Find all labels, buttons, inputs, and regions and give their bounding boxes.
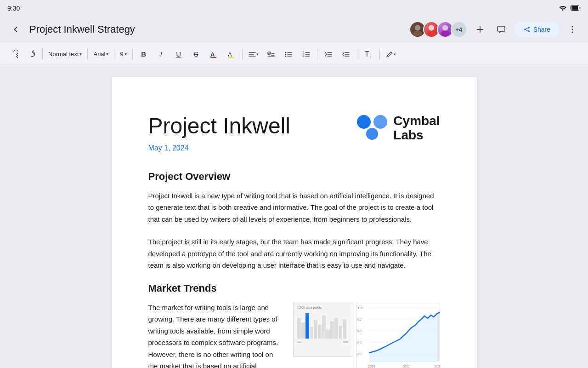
bar-3: [305, 313, 309, 339]
font-size-chevron: ▾: [124, 52, 127, 57]
cymbal-logo: Cymbal Labs: [356, 114, 440, 143]
svg-text:100: 100: [357, 306, 364, 310]
title-date-block: Project Inkwell May 1, 2024: [148, 114, 290, 152]
bar-chart: 1,205 data points: [293, 302, 352, 357]
svg-text:2019: 2019: [368, 365, 375, 368]
svg-point-22: [285, 55, 286, 57]
avatar-more-count: +4: [451, 21, 467, 38]
bullet-list-button[interactable]: [280, 46, 297, 63]
bar-chart-bars: [297, 311, 348, 339]
market-content: The market for writing tools is large an…: [148, 302, 440, 368]
underlined-text: is based: [196, 362, 222, 368]
numbered-list-button[interactable]: 1. 2. 3.: [298, 46, 314, 63]
wifi-icon: [559, 4, 567, 12]
cymbal-name-2: Labs: [393, 128, 440, 143]
toolbar-sep-5: [242, 49, 243, 60]
checklist-button[interactable]: [263, 46, 279, 63]
font-color-button[interactable]: A: [205, 46, 222, 63]
svg-text:80: 80: [357, 317, 362, 322]
italic-button[interactable]: I: [153, 46, 170, 63]
cymbal-dots-graphic: [356, 115, 388, 142]
indent-increase-button[interactable]: [338, 46, 354, 63]
pen-tool-button[interactable]: ▾: [383, 46, 399, 63]
svg-point-11: [528, 30, 530, 32]
style-chevron: ▾: [79, 52, 82, 57]
overview-para-2: The project is still in its early stages…: [148, 236, 440, 271]
bar-2: [301, 322, 305, 339]
add-collaborator-button[interactable]: [472, 21, 488, 38]
section-overview: Project Overview Project Inkwell is a ne…: [148, 171, 440, 271]
bar-6: [318, 325, 322, 339]
document-header: Project Inkwell May 1, 2024 Cymbal Labs: [148, 114, 440, 152]
svg-point-14: [572, 32, 573, 33]
strikethrough-button[interactable]: S: [188, 46, 204, 63]
svg-point-10: [524, 29, 526, 30]
document-scroll-area[interactable]: Project Inkwell May 1, 2024 Cymbal Labs: [0, 66, 588, 368]
svg-text:A: A: [228, 51, 232, 58]
font-chevron: ▾: [106, 52, 108, 57]
svg-point-29: [373, 115, 387, 129]
text-size-button[interactable]: T T: [360, 46, 377, 63]
toolbar-sep-3: [114, 49, 114, 60]
document-main-title: Project Inkwell: [148, 114, 290, 138]
svg-point-2: [414, 25, 420, 30]
svg-text:2024: 2024: [435, 365, 440, 368]
highlight-button[interactable]: A: [223, 46, 239, 63]
title-bar: Project Inkwell Strategy +4: [0, 17, 588, 42]
font-selector[interactable]: Arial ▾: [90, 46, 111, 63]
more-options-button[interactable]: [564, 21, 581, 38]
status-icons: [559, 4, 581, 12]
section-market-heading: Market Trends: [148, 282, 440, 294]
avatar-group: +4: [409, 21, 467, 38]
bar-10: [334, 318, 338, 339]
svg-point-5: [427, 31, 436, 36]
section-overview-heading: Project Overview: [148, 171, 440, 183]
svg-point-4: [428, 25, 434, 30]
document-title: Project Inkwell Strategy: [29, 23, 404, 35]
overview-para-1: Project Inkwell is a new type of writing…: [148, 190, 440, 225]
svg-text:60: 60: [357, 329, 362, 333]
section-market: Market Trends The market for writing too…: [148, 282, 440, 368]
svg-rect-18: [228, 57, 234, 58]
undo-button[interactable]: [6, 46, 22, 63]
comments-button[interactable]: [493, 21, 509, 38]
underline-button[interactable]: U: [170, 46, 187, 63]
style-selector[interactable]: Normal text ▾: [45, 46, 85, 63]
back-button[interactable]: [7, 21, 24, 38]
svg-point-28: [357, 115, 371, 129]
share-button[interactable]: Share: [514, 22, 560, 37]
document-page: Project Inkwell May 1, 2024 Cymbal Labs: [112, 77, 477, 368]
charts-row: 1,205 data points: [293, 302, 440, 368]
battery-icon: [571, 4, 581, 12]
svg-text:2022: 2022: [402, 365, 410, 368]
redo-button[interactable]: [23, 46, 40, 63]
bar-8: [326, 329, 330, 339]
svg-point-3: [413, 31, 422, 36]
font-size-label: 9: [120, 51, 123, 58]
toolbar-sep-6: [317, 49, 317, 60]
svg-point-9: [528, 27, 530, 29]
toolbar-sep-8: [379, 49, 380, 60]
svg-point-7: [441, 31, 450, 36]
svg-text:3.: 3.: [302, 54, 305, 58]
svg-text:T: T: [369, 54, 372, 58]
bar-5: [314, 320, 317, 339]
market-para: The market for writing tools is large an…: [148, 302, 284, 368]
svg-point-13: [572, 29, 573, 30]
style-label: Normal text: [48, 51, 79, 58]
svg-text:A: A: [210, 51, 215, 58]
font-size-selector[interactable]: 9 ▾: [117, 46, 129, 63]
align-button[interactable]: ▾: [245, 46, 262, 63]
bold-button[interactable]: B: [136, 46, 152, 63]
bar-4: [310, 327, 313, 339]
bar-12: [343, 319, 346, 339]
line-chart: 100 80 60 40 20: [356, 302, 440, 368]
cymbal-brand-text: Cymbal Labs: [393, 114, 440, 143]
bar-7: [322, 316, 326, 339]
svg-point-12: [572, 26, 573, 28]
svg-point-20: [285, 52, 286, 53]
font-label: Arial: [93, 51, 105, 58]
toolbar-sep-2: [87, 49, 88, 60]
indent-decrease-button[interactable]: [320, 46, 337, 63]
toolbar-sep-7: [357, 49, 357, 60]
